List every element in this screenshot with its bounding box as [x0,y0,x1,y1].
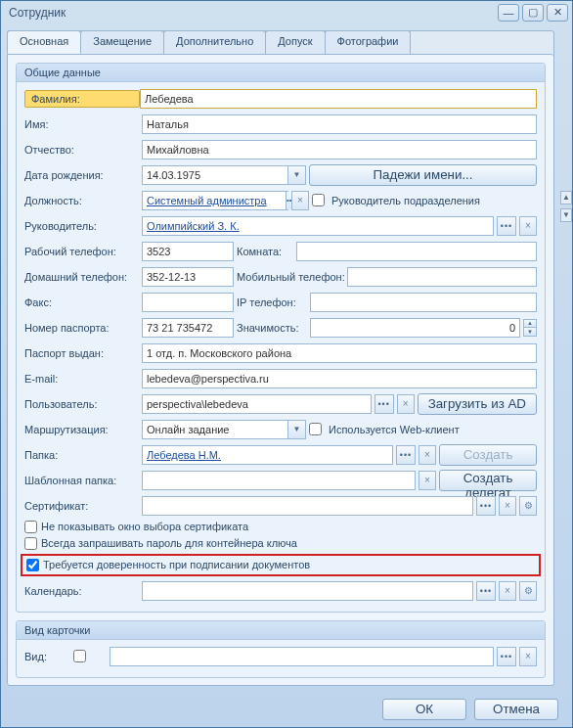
create-delegate-button[interactable]: Создать делегат [439,470,537,491]
kind-browse-button[interactable]: ••• [497,647,516,666]
close-button[interactable]: ✕ [547,4,568,22]
label-room: Комната: [237,246,293,257]
ask-key-pwd-checkbox[interactable] [24,537,37,550]
routing-combo[interactable]: ▼ [142,420,306,439]
label-kind: Вид: [24,651,73,662]
load-ad-button[interactable]: Загрузить из AD [418,393,537,415]
label-manager: Руководитель: [24,220,142,232]
employee-window: Сотрудник — ▢ ✕ ▲ ▼ Основная Замещение Д… [0,0,573,728]
label-name: Имя: [24,118,142,130]
label-passport-no: Номер паспорта: [24,322,142,334]
vertical-scrollbar[interactable]: ▲ ▼ [560,44,572,692]
group-card-kind: Вид карточки Вид: ••• × [16,620,546,678]
need-proxy-checkbox[interactable] [26,559,39,571]
clear-user-button[interactable]: × [397,394,415,414]
web-client-checkbox[interactable] [309,423,322,435]
hide-cert-dialog-checkbox[interactable] [24,521,37,533]
clear-kind-button[interactable]: × [519,647,537,666]
fax-field[interactable] [142,293,234,312]
position-input[interactable] [143,192,286,209]
chevron-down-icon[interactable]: ▼ [287,166,305,184]
spin-down-icon[interactable]: ▼ [523,328,537,337]
label-routing: Маршрутизация: [24,424,142,435]
label-workphone: Рабочий телефон: [24,246,142,257]
kind-input[interactable] [110,647,494,666]
label-tpl-folder: Шаблонная папка: [24,475,142,486]
birthdate-input[interactable] [143,166,287,184]
patronymic-field[interactable] [142,140,537,159]
cert-config-button[interactable]: ⚙ [519,496,537,516]
importance-stepper[interactable]: ▲▼ [523,319,537,337]
tab-body: Общие данные Фамилия: Имя: Отчество: [8,54,553,685]
tab-main[interactable]: Основная [7,30,81,54]
label-importance: Значимость: [237,322,307,334]
highlighted-option: Требуется доверенность при подписании до… [21,554,541,576]
tab-substitution[interactable]: Замещение [80,30,164,54]
scroll-down-icon[interactable]: ▼ [560,208,572,222]
hide-cert-dialog-label: Не показывать окно выбора сертификата [41,521,248,532]
user-field[interactable] [142,394,372,414]
tab-access[interactable]: Допуск [265,30,325,54]
clear-folder-button[interactable]: × [419,445,436,465]
mobile-field[interactable] [347,267,537,287]
folder-input[interactable] [142,445,393,465]
head-of-dept-label: Руководитель подразделения [331,195,480,206]
ok-button[interactable]: ОК [382,699,466,720]
folder-browse-button[interactable]: ••• [396,445,416,465]
tab-additional[interactable]: Дополнительно [163,30,266,54]
name-field[interactable] [142,114,537,134]
workphone-field[interactable] [142,242,234,261]
cert-input[interactable] [142,496,473,516]
group-general: Общие данные Фамилия: Имя: Отчество: [16,63,546,613]
tab-photos[interactable]: Фотографии [325,30,412,54]
label-patronymic: Отчество: [24,144,142,156]
clear-tpl-folder-button[interactable]: × [419,471,436,490]
label-homephone: Домашний телефон: [24,271,142,283]
calendar-input[interactable] [142,581,473,601]
dialog-footer: ОК Отмена [1,692,572,727]
user-browse-button[interactable]: ••• [375,394,394,414]
birthdate-picker[interactable]: ▼ [142,165,306,185]
manager-input[interactable] [142,216,494,236]
titlebar[interactable]: Сотрудник — ▢ ✕ [1,1,572,24]
ask-key-pwd-label: Всегда запрашивать пароль для контейнера… [41,537,297,549]
head-of-dept-checkbox[interactable] [312,194,325,206]
calendar-browse-button[interactable]: ••• [476,581,496,601]
passport-no-field[interactable] [142,318,234,338]
scroll-up-icon[interactable]: ▲ [560,191,572,205]
passport-by-field[interactable] [142,343,537,363]
routing-input[interactable] [143,421,287,438]
kind-checkbox[interactable] [73,650,86,662]
tpl-folder-input[interactable] [142,471,416,490]
position-lookup[interactable]: ••• [142,191,288,210]
spin-up-icon[interactable]: ▲ [523,319,537,328]
manager-browse-button[interactable]: ••• [497,216,516,236]
room-field[interactable] [296,242,537,261]
importance-field[interactable] [310,318,520,338]
label-email: E-mail: [24,373,142,385]
web-client-label: Используется Web-клиент [329,424,460,435]
calendar-config-button[interactable]: ⚙ [519,581,537,601]
homephone-field[interactable] [142,267,234,287]
surname-field[interactable] [140,89,537,109]
window-title: Сотрудник [9,6,495,20]
label-calendar: Календарь: [24,585,142,597]
label-user: Пользователь: [24,398,142,410]
clear-cert-button[interactable]: × [499,496,516,516]
ipphone-field[interactable] [310,293,537,312]
label-cert: Сертификат: [24,500,142,512]
need-proxy-label: Требуется доверенность при подписании до… [43,559,310,570]
tab-control: Основная Замещение Дополнительно Допуск … [7,30,554,686]
label-passport-by: Паспорт выдан: [24,347,142,359]
cancel-button[interactable]: Отмена [474,699,558,720]
create-folder-button: Создать [439,444,537,466]
name-cases-button[interactable]: Падежи имени... [309,164,537,186]
clear-position-button[interactable]: × [291,191,309,210]
chevron-down-icon[interactable]: ▼ [287,421,305,438]
maximize-button[interactable]: ▢ [522,4,544,22]
cert-browse-button[interactable]: ••• [476,496,496,516]
minimize-button[interactable]: — [498,4,519,22]
clear-manager-button[interactable]: × [519,216,537,236]
clear-calendar-button[interactable]: × [499,581,516,601]
email-field[interactable] [142,369,537,388]
